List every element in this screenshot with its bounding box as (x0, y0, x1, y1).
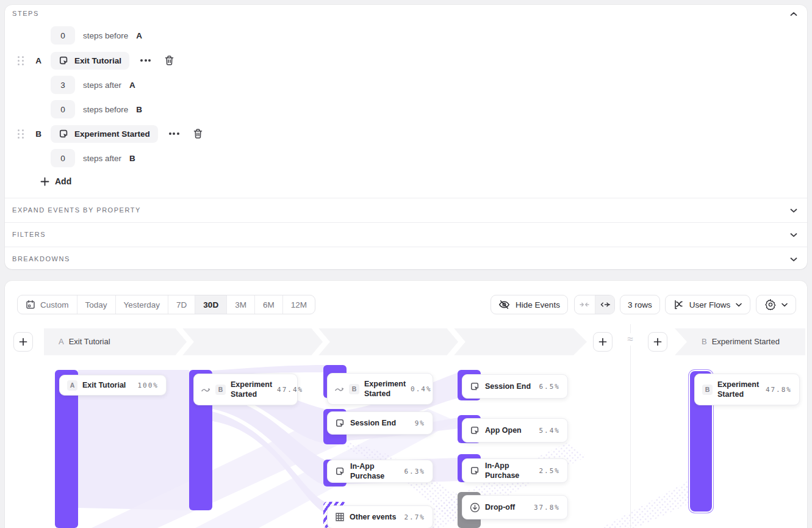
plus-icon (19, 338, 27, 346)
steps-after-a-ref: A (129, 81, 135, 90)
date-range-30d-selected[interactable]: 30D (195, 295, 226, 314)
add-step-button[interactable]: Add (40, 176, 71, 186)
collapse-columns-button[interactable] (575, 295, 595, 314)
node-in-app-purchase-c4[interactable]: In-App Purchase 2.5% (462, 458, 568, 483)
node-name: Session End (485, 382, 531, 391)
steps-before-a-row: 0 steps before A (51, 26, 142, 45)
view-type-button[interactable]: User Flows (665, 295, 750, 314)
node-name: In-App Purchase (350, 461, 400, 482)
node-other-events-c3[interactable]: Other events 2.7% (327, 505, 433, 528)
node-session-end-c4[interactable]: Session End 6.5% (462, 374, 568, 399)
node-percent: 47.8% (766, 386, 792, 394)
step-b-more-button[interactable] (167, 129, 182, 139)
gap-symbol: ≈ (623, 333, 638, 345)
chevron-down-icon (788, 230, 799, 240)
arrows-outward-icon (600, 301, 610, 308)
node-percent: 9% (415, 419, 425, 427)
node-name: Other events (350, 512, 396, 522)
click-event-icon (470, 466, 480, 476)
click-event-icon (335, 466, 345, 477)
node-percent: 100% (138, 382, 159, 389)
date-range-custom-label: Custom (40, 300, 69, 309)
hide-events-label: Hide Events (516, 300, 560, 309)
step-b-row: B Experiment Started (18, 125, 203, 143)
steps-after-a-label: steps after (83, 81, 121, 90)
plus-icon (40, 177, 49, 186)
column-width-toggle (574, 295, 615, 314)
hide-events-button[interactable]: Hide Events (490, 295, 568, 314)
steps-after-b-label: steps after (83, 154, 121, 163)
node-experiment-started-c3[interactable]: B Experiment Started 0.4% (327, 373, 433, 405)
date-range-custom[interactable]: Custom (18, 295, 77, 314)
steps-before-b-count-input[interactable]: 0 (51, 100, 75, 118)
add-column-after-a-button[interactable] (593, 332, 613, 352)
step-b-letter: B (26, 129, 51, 139)
steps-collapse-button[interactable] (788, 9, 799, 20)
header-a-letter: A (59, 337, 64, 346)
node-name: Experiment Started (717, 380, 761, 400)
date-range-yesterday[interactable]: Yesterday (115, 295, 168, 314)
steps-after-b-row: 0 steps after B (51, 149, 135, 167)
arrows-inward-icon (580, 301, 589, 308)
header-a-label: A Exit Tutorial (59, 337, 110, 346)
steps-before-b-ref: B (136, 105, 142, 114)
node-experiment-started-b[interactable]: B Experiment Started 47.8% (694, 374, 800, 405)
steps-before-a-count-input[interactable]: 0 (51, 26, 75, 45)
step-reached-arrow-icon (201, 386, 210, 393)
rows-count-button[interactable]: 3 rows (620, 295, 660, 314)
date-range-control: Custom Today Yesterday 7D 30D 3M 6M 12M (17, 295, 315, 314)
step-a-event-button[interactable]: Exit Tutorial (51, 52, 129, 70)
view-type-label: User Flows (689, 300, 731, 309)
header-b-label: B Experiment Started (702, 337, 780, 346)
node-exit-tutorial[interactable]: A Exit Tutorial 100% (59, 375, 167, 396)
settings-button[interactable] (756, 295, 796, 314)
steps-before-a-ref: A (136, 31, 142, 40)
query-builder-panel: STEPS 0 steps before A A Exit Tutorial (5, 5, 807, 269)
node-name: Experiment Started (364, 379, 406, 399)
step-a-row: A Exit Tutorial (18, 51, 174, 70)
node-experiment-started-c2[interactable]: B Experiment Started 47.4% (193, 374, 298, 405)
node-in-app-purchase-c3[interactable]: In-App Purchase 6.3% (327, 460, 433, 483)
expand-columns-button[interactable] (595, 295, 615, 314)
node-name: In-App Purchase (485, 461, 534, 481)
date-range-3m[interactable]: 3M (226, 295, 254, 314)
date-range-7d[interactable]: 7D (168, 295, 195, 314)
header-b-name: Experiment Started (712, 337, 780, 346)
chevron-down-icon (788, 205, 799, 216)
step-a-badge: A (67, 380, 77, 391)
filters-section[interactable]: FILTERS (5, 223, 807, 247)
click-event-icon (470, 382, 480, 392)
plus-icon (653, 338, 662, 346)
drag-handle-icon[interactable] (18, 129, 26, 139)
drag-handle-icon[interactable] (18, 56, 26, 65)
node-drop-off[interactable]: Drop-off 37.8% (462, 495, 568, 519)
step-a-delete-button[interactable] (164, 55, 174, 66)
click-event-icon (335, 418, 345, 429)
add-column-left-button[interactable] (13, 332, 33, 352)
breakdowns-section[interactable]: BREAKDOWNS (5, 247, 807, 271)
node-app-open-c4[interactable]: App Open 5.4% (462, 418, 568, 443)
add-column-before-b-button[interactable] (648, 332, 667, 352)
trash-icon (164, 55, 174, 66)
step-b-event-button[interactable]: Experiment Started (51, 125, 158, 143)
steps-after-a-count-input[interactable]: 3 (51, 76, 75, 94)
node-percent: 5.4% (539, 427, 561, 435)
node-name: Session End (350, 418, 396, 428)
date-range-12m[interactable]: 12M (282, 295, 315, 314)
steps-after-b-count-input[interactable]: 0 (51, 149, 75, 167)
add-step-label: Add (55, 176, 71, 186)
steps-after-a-row: 3 steps after A (51, 76, 135, 94)
step-reached-arrow-icon (335, 385, 344, 392)
filters-title: FILTERS (12, 231, 46, 238)
step-b-delete-button[interactable] (193, 128, 203, 139)
date-range-6m[interactable]: 6M (254, 295, 282, 314)
expand-events-by-property-title: EXPAND EVENTS BY PROPERTY (12, 206, 141, 214)
node-session-end-c3[interactable]: Session End 9% (327, 411, 433, 435)
node-name: Experiment Started (231, 380, 272, 400)
step-a-more-button[interactable] (138, 56, 153, 65)
step-a-event-label: Exit Tutorial (74, 56, 121, 65)
steps-section-title: STEPS (12, 10, 39, 17)
date-range-today[interactable]: Today (77, 295, 115, 314)
expand-events-by-property-section[interactable]: EXPAND EVENTS BY PROPERTY (5, 198, 807, 222)
rows-count-label: 3 rows (628, 300, 652, 309)
